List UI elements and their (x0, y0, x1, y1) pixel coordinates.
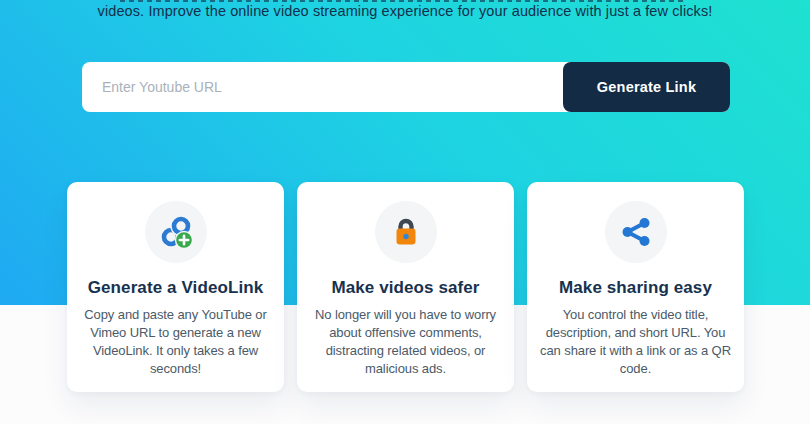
lock-icon (388, 214, 424, 250)
link-plus-icon (158, 214, 194, 250)
share-icon (618, 214, 654, 250)
feature-title: Make sharing easy (540, 278, 731, 298)
feature-cards: Generate a VideoLink Copy and paste any … (67, 182, 744, 392)
feature-card-generate: Generate a VideoLink Copy and paste any … (67, 182, 284, 392)
feature-description: Copy and paste any YouTube or Vimeo URL … (80, 306, 271, 378)
feature-description: No longer will you have to worry about o… (310, 306, 501, 378)
icon-circle (605, 201, 667, 263)
feature-card-sharing: Make sharing easy You control the video … (527, 182, 744, 392)
icon-circle (145, 201, 207, 263)
feature-card-safer: Make videos safer No longer will you hav… (297, 182, 514, 392)
url-form: Generate Link (82, 62, 730, 112)
generate-link-button[interactable]: Generate Link (563, 62, 730, 112)
feature-title: Make videos safer (310, 278, 501, 298)
feature-title: Generate a VideoLink (80, 278, 271, 298)
hero-subtitle: videos. Improve the online video streami… (0, 3, 810, 19)
icon-circle (375, 201, 437, 263)
cutoff-text-fragment (120, 0, 686, 2)
feature-description: You control the video title, description… (540, 306, 731, 378)
